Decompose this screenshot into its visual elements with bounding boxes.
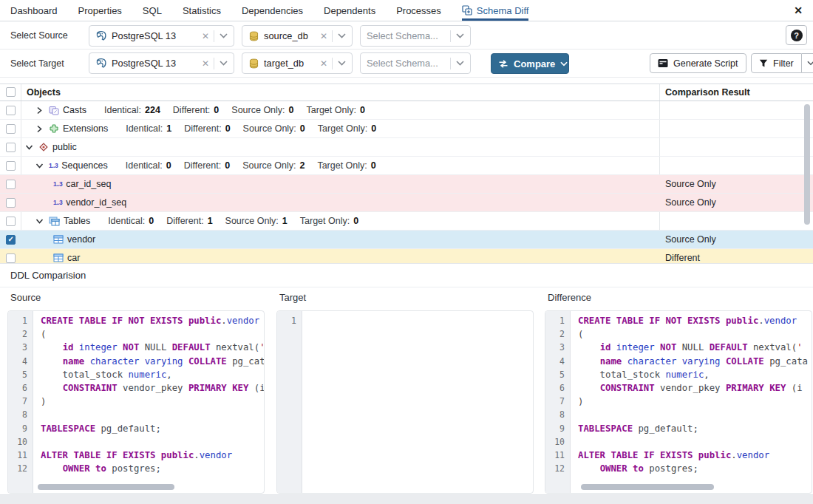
chevron-down-icon[interactable] (220, 33, 228, 38)
source-server-select[interactable]: PostgreSQL 13 ✕ (89, 25, 234, 47)
table-row[interactable]: TablesIdentical:0Different:1Source Only:… (0, 212, 813, 231)
comparison-stats: Identical:0Different:0Source Only:2Targe… (126, 160, 376, 171)
tab-dependents[interactable]: Dependents (324, 0, 375, 21)
target-database-select[interactable]: target_db ✕ (242, 52, 353, 74)
line-number: 12 (545, 462, 570, 475)
target-code-editor[interactable]: 1 (276, 310, 534, 494)
grid-rows: CastsIdentical:224Different:0Source Only… (0, 101, 813, 268)
stat-different: Different:0 (173, 105, 219, 115)
compare-button[interactable]: Compare (491, 53, 569, 74)
tab-statistics[interactable]: Statistics (183, 0, 221, 21)
target-server-select[interactable]: PostgreSQL 13 ✕ (89, 52, 234, 74)
source-database-select[interactable]: source_db ✕ (242, 25, 353, 47)
stat-targetonly: Target Only:0 (300, 216, 358, 226)
object-label: car_id_seq (66, 179, 111, 189)
horizontal-scrollbar[interactable] (581, 484, 714, 490)
code-line: ALTER TABLE IF EXISTS public.vendor (41, 449, 264, 462)
help-button[interactable]: ? (786, 25, 807, 45)
select-source-label: Select Source (10, 30, 68, 41)
tab-label: Dependencies (242, 5, 303, 16)
clear-icon[interactable]: ✕ (320, 58, 327, 69)
stat-targetonly: Target Only:0 (318, 123, 376, 134)
difference-code-editor[interactable]: 123456789101112 CREATE TABLE IF NOT EXIS… (545, 310, 812, 494)
comparison-result-column-header: Comparison Result (665, 87, 750, 98)
target-code[interactable] (303, 314, 533, 493)
table-row[interactable]: 1..3car_id_seqSource Only (0, 175, 813, 194)
target-database-value: target_db (264, 58, 316, 69)
table-row[interactable]: ExtensionsIdentical:1Different:0Source O… (0, 120, 813, 138)
target-panel-label: Target (279, 292, 306, 303)
tab-dependencies[interactable]: Dependencies (242, 0, 303, 21)
source-server-value: PostgreSQL 13 (112, 30, 197, 41)
code-line: CREATE TABLE IF NOT EXISTS public.vendor (578, 314, 812, 327)
table-row[interactable]: 1..3SequencesIdentical:0Different:0Sourc… (0, 157, 813, 175)
comparison-stats: Identical:1Different:0Source Only:0Targe… (126, 123, 376, 134)
objects-column-header: Objects (27, 87, 61, 98)
comparison-stats: Identical:224Different:0Source Only:0Tar… (104, 105, 365, 115)
tab-dashboard[interactable]: Dashboard (10, 0, 58, 21)
line-number: 3 (545, 341, 570, 354)
code-line: total_stock numeric, (578, 368, 812, 381)
line-number: 10 (8, 435, 33, 449)
sequence-icon: 1..3 (53, 199, 62, 206)
table-row[interactable]: 1..3vendor_id_seqSource Only (0, 194, 813, 212)
filter-dropdown-button[interactable] (802, 53, 813, 73)
line-number: 1 (545, 314, 570, 327)
chevron-right-icon[interactable] (34, 125, 44, 133)
tab-properties[interactable]: Properties (78, 0, 122, 21)
chevron-down-icon[interactable] (34, 218, 44, 225)
schema-diff-icon (462, 5, 472, 16)
generate-script-button[interactable]: Generate Script (650, 53, 746, 73)
table-row[interactable]: public (0, 138, 813, 157)
sequence-icon: 1..3 (53, 180, 62, 188)
object-label: public (52, 142, 77, 152)
difference-code[interactable]: CREATE TABLE IF NOT EXISTS public.vendor… (571, 314, 812, 493)
line-number: 8 (8, 408, 33, 421)
line-number: 11 (8, 449, 33, 462)
tab-bar: Dashboard Properties SQL Statistics Depe… (0, 0, 813, 21)
line-number: 3 (8, 341, 33, 354)
clear-icon[interactable]: ✕ (202, 58, 209, 69)
chevron-down-icon[interactable] (24, 144, 34, 151)
chevron-down-icon[interactable] (220, 61, 228, 66)
close-icon[interactable]: ✕ (794, 0, 803, 21)
code-line: ( (578, 327, 812, 341)
tab-sql[interactable]: SQL (143, 0, 162, 21)
source-code-editor[interactable]: 123456789101112 CREATE TABLE IF NOT EXIS… (7, 310, 265, 494)
divider (214, 30, 214, 42)
code-line (41, 408, 264, 421)
row-content: TablesIdentical:0Different:1Source Only:… (0, 212, 813, 230)
source-schema-placeholder: Select Schema... (367, 30, 450, 41)
stat-identical: Identical:0 (108, 216, 154, 226)
target-schema-placeholder: Select Schema... (367, 58, 450, 69)
stat-identical: Identical:0 (126, 160, 171, 171)
filter-button[interactable]: Filter (751, 53, 802, 73)
chevron-down-icon[interactable] (338, 33, 346, 38)
tab-processes[interactable]: Processes (396, 0, 441, 21)
help-icon: ? (791, 30, 803, 41)
stat-sourceonly: Source Only:1 (225, 216, 288, 226)
chevron-down-icon[interactable] (34, 163, 44, 169)
line-number: 2 (8, 327, 33, 341)
object-label: Tables (64, 216, 90, 226)
database-icon (248, 31, 259, 41)
table-row[interactable]: CastsIdentical:224Different:0Source Only… (0, 101, 813, 120)
tab-label: Dependents (324, 5, 375, 16)
select-source-row: Select Source PostgreSQL 13 ✕ source_db … (0, 22, 813, 50)
clear-icon[interactable]: ✕ (320, 31, 327, 41)
select-all-checkbox[interactable] (6, 87, 16, 97)
horizontal-scrollbar[interactable] (38, 484, 174, 490)
chevron-right-icon[interactable] (34, 106, 44, 115)
chevron-down-icon[interactable] (456, 33, 464, 38)
chevron-down-icon[interactable] (456, 61, 464, 66)
target-schema-select[interactable]: Select Schema... (360, 52, 471, 74)
clear-icon[interactable]: ✕ (202, 31, 209, 41)
source-schema-select[interactable]: Select Schema... (360, 25, 471, 47)
source-code[interactable]: CREATE TABLE IF NOT EXISTS public.vendor… (34, 314, 264, 493)
chevron-down-icon[interactable] (338, 61, 346, 66)
table-row[interactable]: vendorSource Only (0, 231, 813, 249)
vertical-scrollbar[interactable] (804, 104, 810, 225)
tab-schema-diff[interactable]: Schema Diff (462, 0, 529, 21)
code-line: TABLESPACE pg_default; (578, 422, 812, 435)
code-line: name character varying COLLATE pg_cata (41, 355, 264, 368)
